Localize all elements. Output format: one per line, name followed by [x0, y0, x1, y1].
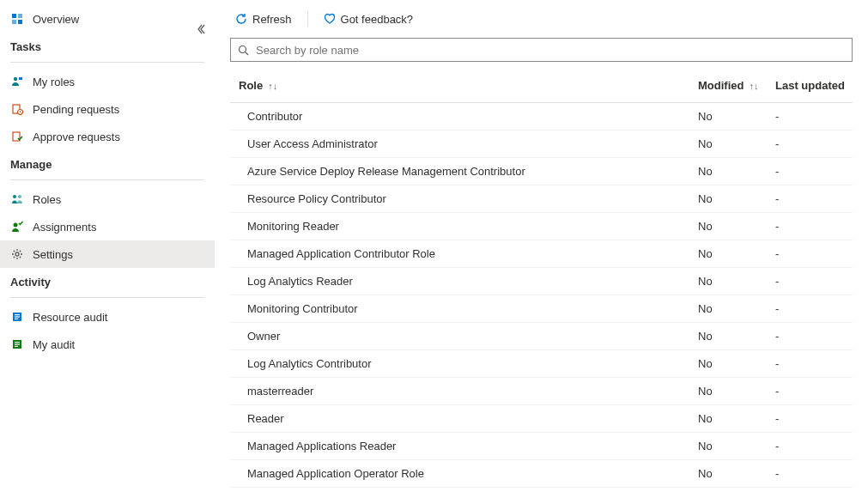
sidebar-item-resource-audit[interactable]: Resource audit — [0, 303, 215, 331]
assignments-icon — [10, 220, 24, 234]
gear-icon — [10, 247, 24, 261]
cell-role: masterreader — [230, 385, 698, 398]
svg-point-4 — [14, 77, 17, 81]
table-row[interactable]: Log Analytics ReaderNo- — [230, 268, 853, 295]
sidebar-item-label: Approve requests — [33, 131, 120, 143]
cell-last-updated: - — [775, 302, 853, 315]
cell-role: Log Analytics Reader — [230, 275, 698, 288]
column-label: Last updated — [775, 79, 845, 92]
sidebar-item-settings[interactable]: Settings — [0, 240, 215, 268]
table-row[interactable]: ReaderNo- — [230, 405, 853, 433]
table-row[interactable]: Monitoring ReaderNo- — [230, 213, 853, 240]
person-roles-icon — [10, 75, 24, 88]
cell-modified: No — [698, 165, 775, 178]
cell-modified: No — [698, 137, 775, 150]
cell-last-updated: - — [775, 275, 853, 288]
sidebar-item-label: Pending requests — [33, 103, 119, 116]
cell-modified: No — [698, 330, 775, 343]
cell-role: Log Analytics Contributor — [230, 357, 698, 370]
cell-last-updated: - — [775, 247, 853, 260]
cell-last-updated: - — [775, 110, 853, 123]
cell-role: Contributor — [230, 110, 698, 123]
sidebar-item-my-audit[interactable]: My audit — [0, 331, 215, 358]
sidebar-section-label: Tasks — [10, 40, 41, 53]
svg-rect-16 — [15, 319, 18, 319]
column-role[interactable]: Role ↑↓ — [230, 79, 698, 92]
refresh-icon — [235, 13, 247, 25]
cell-role: Owner — [230, 330, 698, 343]
search-icon — [238, 45, 249, 56]
search-input[interactable] — [254, 39, 845, 61]
cell-role: Managed Application Operator Role — [230, 467, 698, 480]
cell-last-updated: - — [775, 357, 853, 370]
column-modified[interactable]: Modified ↑↓ — [698, 79, 775, 92]
cell-modified: No — [698, 192, 775, 205]
divider — [10, 179, 204, 180]
cell-role: Managed Applications Reader — [230, 440, 698, 452]
column-label: Role — [239, 79, 263, 92]
cell-role: Monitoring Contributor — [230, 302, 698, 315]
feedback-label: Got feedback? — [341, 13, 414, 26]
sidebar-item-overview[interactable]: Overview — [0, 5, 215, 33]
sidebar-item-my-roles[interactable]: My roles — [0, 68, 215, 95]
table-row[interactable]: Monitoring ContributorNo- — [230, 295, 853, 323]
refresh-button[interactable]: Refresh — [230, 9, 297, 29]
search-box[interactable] — [230, 38, 853, 62]
cell-last-updated: - — [775, 165, 853, 178]
feedback-button[interactable]: Got feedback? — [319, 9, 419, 29]
svg-point-9 — [13, 195, 16, 198]
cell-role: Resource Policy Contributor — [230, 192, 698, 205]
sidebar-item-label: Roles — [33, 193, 61, 206]
table-row[interactable]: Azure Service Deploy Release Management … — [230, 158, 853, 185]
cell-modified: No — [698, 357, 775, 370]
roles-icon — [10, 192, 24, 206]
cell-last-updated: - — [775, 412, 853, 425]
sidebar-section-tasks: Tasks — [0, 33, 215, 60]
approve-icon — [10, 130, 24, 143]
divider — [10, 297, 204, 298]
resource-audit-icon — [10, 310, 24, 324]
sidebar-item-pending-requests[interactable]: Pending requests — [0, 95, 215, 123]
cell-modified: No — [698, 275, 775, 288]
svg-rect-0 — [12, 14, 16, 18]
sort-icon: ↑↓ — [268, 81, 277, 91]
table-row[interactable]: ContributorNo- — [230, 103, 853, 131]
table-row[interactable]: masterreaderNo- — [230, 378, 853, 405]
cell-modified: No — [698, 302, 775, 315]
collapse-sidebar-icon[interactable] — [196, 24, 206, 37]
table-row[interactable]: Log Analytics ContributorNo- — [230, 350, 853, 378]
sidebar-item-approve-requests[interactable]: Approve requests — [0, 123, 215, 150]
table-row[interactable]: Managed Application Operator RoleNo- — [230, 460, 853, 488]
table-row[interactable]: OwnerNo- — [230, 323, 853, 350]
svg-rect-15 — [15, 316, 20, 317]
table-row[interactable]: User Access AdministratorNo- — [230, 131, 853, 158]
cell-modified: No — [698, 412, 775, 425]
svg-rect-19 — [15, 343, 20, 344]
table-row[interactable]: Managed Applications ReaderNo- — [230, 433, 853, 460]
cell-modified: No — [698, 385, 775, 398]
sidebar-item-label: Resource audit — [33, 311, 107, 324]
svg-point-10 — [18, 195, 21, 198]
table-row[interactable]: Managed Application Contributor RoleNo- — [230, 240, 853, 268]
svg-rect-14 — [15, 314, 20, 315]
svg-point-12 — [15, 252, 19, 256]
sidebar-item-label: Assignments — [33, 221, 96, 234]
sidebar-section-label: Manage — [10, 158, 52, 171]
sidebar-item-assignments[interactable]: Assignments — [0, 213, 215, 240]
cell-role: Azure Service Deploy Release Management … — [230, 165, 698, 178]
sidebar-item-roles[interactable]: Roles — [0, 185, 215, 213]
cell-role: Reader — [230, 412, 698, 425]
cell-last-updated: - — [775, 137, 853, 150]
column-last-updated[interactable]: Last updated — [775, 79, 853, 92]
cell-last-updated: - — [775, 467, 853, 480]
cell-modified: No — [698, 467, 775, 480]
table-row[interactable]: Resource Policy ContributorNo- — [230, 185, 853, 213]
cell-last-updated: - — [775, 220, 853, 233]
pending-icon — [10, 102, 24, 116]
sidebar-section-label: Activity — [10, 276, 51, 288]
refresh-label: Refresh — [252, 13, 292, 26]
sidebar-item-label: My roles — [33, 76, 75, 88]
toolbar-divider — [307, 11, 308, 27]
sidebar-section-manage: Manage — [0, 150, 215, 178]
cell-last-updated: - — [775, 385, 853, 398]
